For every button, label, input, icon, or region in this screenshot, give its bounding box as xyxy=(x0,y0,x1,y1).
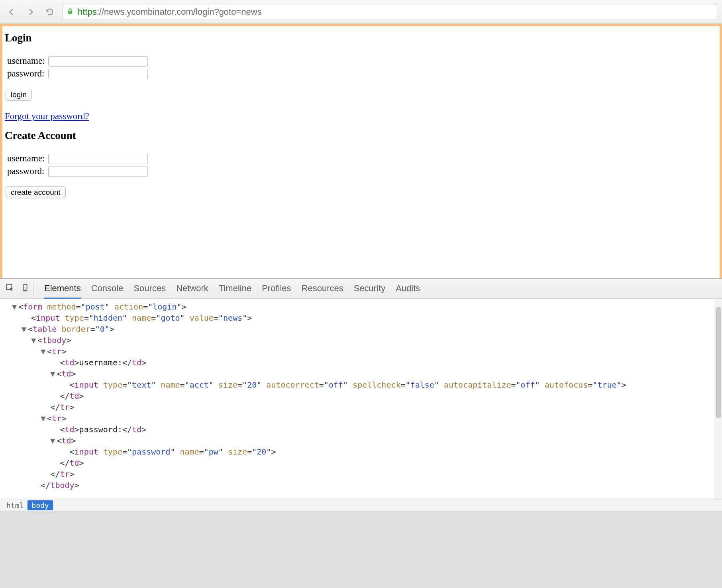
login-password-input[interactable] xyxy=(48,69,148,79)
devtools-tab-profiles[interactable]: Profiles xyxy=(262,279,291,298)
address-bar[interactable]: https://news.ycombinator.com/login?goto=… xyxy=(62,4,717,20)
dom-line[interactable]: <td>username:</td> xyxy=(12,357,722,368)
device-icon[interactable] xyxy=(21,283,29,294)
browser-toolbar: https://news.ycombinator.com/login?goto=… xyxy=(0,0,722,24)
dom-line[interactable]: ▼<tr> xyxy=(12,346,722,357)
dom-line[interactable]: <td>password:</td> xyxy=(12,424,722,435)
dom-line[interactable]: </td> xyxy=(12,390,722,402)
devtools-tab-audits[interactable]: Audits xyxy=(396,279,420,298)
login-password-label: password: xyxy=(6,67,47,80)
devtools-scroll-thumb[interactable] xyxy=(716,307,721,418)
url-text: https://news.ycombinator.com/login?goto=… xyxy=(78,7,262,17)
devtools-tab-resources[interactable]: Resources xyxy=(302,279,343,298)
devtools-breadcrumb: htmlbody xyxy=(0,500,722,511)
devtools-tab-sources[interactable]: Sources xyxy=(133,279,166,298)
create-password-label: password: xyxy=(6,165,47,178)
dom-line[interactable]: ▼<tbody> xyxy=(12,335,722,346)
devtools-tab-security[interactable]: Security xyxy=(354,279,385,298)
login-button[interactable]: login xyxy=(6,89,32,101)
dom-line[interactable]: ▼<table border="0"> xyxy=(12,323,722,335)
dom-line[interactable]: ▼<tr> xyxy=(12,413,722,424)
page-content: Login username: password: login Forgot y… xyxy=(2,26,720,278)
dom-line[interactable]: ▼<td> xyxy=(12,368,722,379)
inspect-icon[interactable] xyxy=(6,283,14,294)
dom-line[interactable]: <input type="text" name="acct" size="20"… xyxy=(12,379,722,390)
dom-line[interactable]: </tbody> xyxy=(12,480,722,491)
login-heading: Login xyxy=(5,32,717,44)
breadcrumb-html[interactable]: html xyxy=(2,500,27,510)
devtools-tab-elements[interactable]: Elements xyxy=(44,279,81,299)
login-form: username: password: xyxy=(6,55,149,80)
page-outer: Login username: password: login Forgot y… xyxy=(0,24,722,278)
create-password-input[interactable] xyxy=(48,167,148,177)
devtools-elements-tree[interactable]: ▼<form method="post" action="login"> <in… xyxy=(0,299,722,500)
back-button[interactable] xyxy=(5,5,18,19)
devtools-tab-network[interactable]: Network xyxy=(176,279,208,298)
dom-line[interactable]: <input type="hidden" name="goto" value="… xyxy=(12,312,722,323)
devtools-tab-timeline[interactable]: Timeline xyxy=(219,279,251,298)
create-account-heading: Create Account xyxy=(5,129,717,142)
create-username-label: username: xyxy=(6,152,47,165)
devtools-panel: ElementsConsoleSourcesNetworkTimelinePro… xyxy=(0,278,722,511)
dom-line[interactable]: ▼<td> xyxy=(12,435,722,446)
forward-button[interactable] xyxy=(24,5,37,19)
dom-line[interactable]: ▼<form method="post" action="login"> xyxy=(12,301,722,312)
dom-line[interactable]: </tr> xyxy=(12,402,722,413)
create-account-button[interactable]: create account xyxy=(6,186,66,198)
create-username-input[interactable] xyxy=(48,154,148,164)
reload-button[interactable] xyxy=(43,5,57,19)
svg-rect-0 xyxy=(68,11,73,14)
create-account-form: username: password: xyxy=(6,152,149,178)
dom-line[interactable]: </tr> xyxy=(12,468,722,480)
breadcrumb-body[interactable]: body xyxy=(27,500,53,510)
dom-line[interactable]: <input type="password" name="pw" size="2… xyxy=(12,446,722,457)
dom-line[interactable]: </td> xyxy=(12,457,722,468)
devtools-tab-console[interactable]: Console xyxy=(91,279,124,298)
forgot-password-link[interactable]: Forgot your password? xyxy=(5,111,89,122)
lock-icon xyxy=(67,7,74,17)
login-username-label: username: xyxy=(6,55,47,67)
login-username-input[interactable] xyxy=(48,56,148,67)
devtools-tabbar: ElementsConsoleSourcesNetworkTimelinePro… xyxy=(0,279,722,299)
devtools-scrollbar[interactable] xyxy=(714,299,722,500)
